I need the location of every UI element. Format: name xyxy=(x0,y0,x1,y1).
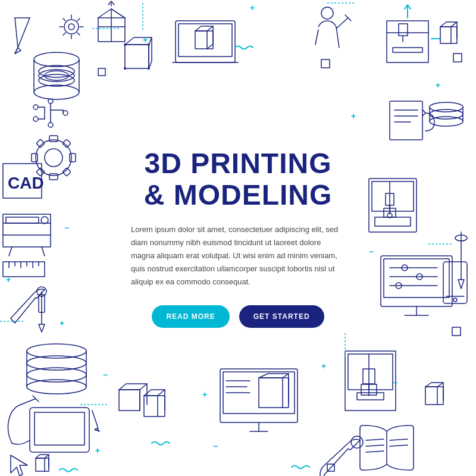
svg-rect-213 xyxy=(453,54,462,62)
svg-text:+: + xyxy=(436,80,440,90)
svg-point-42 xyxy=(321,7,333,19)
svg-rect-46 xyxy=(387,21,428,62)
svg-line-113 xyxy=(92,411,98,428)
svg-point-148 xyxy=(453,298,457,302)
svg-marker-4 xyxy=(15,48,21,54)
svg-marker-98 xyxy=(39,324,45,332)
svg-rect-88 xyxy=(3,262,45,277)
svg-point-63 xyxy=(33,105,38,109)
svg-rect-211 xyxy=(98,68,105,76)
svg-rect-50 xyxy=(393,48,422,52)
svg-rect-81 xyxy=(3,214,51,247)
svg-point-24 xyxy=(39,70,74,82)
svg-line-28 xyxy=(149,37,152,45)
svg-text:−: − xyxy=(369,247,374,256)
svg-line-1 xyxy=(15,48,18,54)
svg-point-141 xyxy=(416,274,422,280)
svg-text:CAD: CAD xyxy=(8,174,44,192)
svg-rect-77 xyxy=(36,139,45,148)
svg-point-31 xyxy=(124,43,126,46)
svg-line-3 xyxy=(15,18,18,48)
svg-rect-35 xyxy=(176,21,235,62)
svg-point-71 xyxy=(36,140,71,176)
svg-point-132 xyxy=(430,109,463,119)
svg-text:+: + xyxy=(321,361,326,371)
svg-point-124 xyxy=(387,213,392,218)
svg-line-12 xyxy=(77,33,80,35)
svg-rect-84 xyxy=(6,217,39,223)
svg-line-43 xyxy=(315,30,318,45)
svg-line-160 xyxy=(140,384,147,390)
svg-rect-172 xyxy=(259,378,289,408)
svg-text:+: + xyxy=(60,318,64,328)
buttons-row: READ MORE GET STARTED xyxy=(125,305,351,328)
svg-line-182 xyxy=(366,451,384,452)
svg-line-186 xyxy=(437,383,443,387)
svg-rect-75 xyxy=(32,154,37,162)
svg-point-72 xyxy=(45,149,62,167)
svg-rect-73 xyxy=(49,136,58,142)
svg-rect-127 xyxy=(390,101,422,140)
svg-line-180 xyxy=(366,439,384,440)
svg-line-11 xyxy=(63,18,65,21)
svg-line-86 xyxy=(9,247,12,256)
svg-rect-79 xyxy=(36,168,45,176)
svg-point-99 xyxy=(27,380,86,394)
svg-rect-185 xyxy=(425,387,443,405)
svg-rect-120 xyxy=(372,181,414,211)
svg-rect-157 xyxy=(357,393,384,400)
svg-rect-115 xyxy=(36,458,49,471)
svg-line-45 xyxy=(345,15,351,21)
read-more-button[interactable]: READ MORE xyxy=(152,305,229,328)
svg-line-44 xyxy=(336,18,348,29)
svg-marker-114 xyxy=(95,428,99,431)
svg-rect-53 xyxy=(440,27,457,43)
svg-point-100 xyxy=(27,368,86,382)
svg-rect-111 xyxy=(30,408,89,452)
svg-point-101 xyxy=(27,356,86,370)
svg-rect-167 xyxy=(220,369,298,422)
svg-point-95 xyxy=(37,287,46,296)
svg-rect-163 xyxy=(144,396,165,416)
svg-rect-36 xyxy=(178,24,232,57)
svg-point-23 xyxy=(45,71,68,80)
svg-point-5 xyxy=(64,20,79,34)
svg-rect-122 xyxy=(386,193,394,205)
center-content: 3D PRINTING & MODELING Lorem ipsum dolor… xyxy=(125,148,351,328)
svg-line-116 xyxy=(45,455,49,458)
svg-point-143 xyxy=(396,283,402,289)
svg-rect-212 xyxy=(321,60,330,68)
svg-line-184 xyxy=(390,445,408,446)
svg-line-54 xyxy=(451,22,457,27)
svg-point-26 xyxy=(39,74,74,86)
svg-rect-146 xyxy=(443,262,467,303)
svg-point-102 xyxy=(27,344,86,358)
svg-point-34 xyxy=(148,67,150,70)
svg-rect-38 xyxy=(195,31,213,49)
svg-rect-155 xyxy=(363,369,375,384)
page-title: 3D PRINTING & MODELING xyxy=(125,148,351,211)
svg-point-33 xyxy=(124,67,126,70)
svg-rect-137 xyxy=(384,259,449,298)
svg-point-19 xyxy=(34,52,79,67)
svg-point-25 xyxy=(39,65,74,77)
svg-point-6 xyxy=(68,24,74,30)
svg-rect-126 xyxy=(384,208,396,217)
svg-rect-57 xyxy=(3,164,42,198)
svg-point-62 xyxy=(33,117,38,121)
svg-text:+: + xyxy=(6,275,11,284)
svg-point-178 xyxy=(351,436,363,448)
svg-point-60 xyxy=(63,111,68,115)
svg-point-85 xyxy=(41,217,48,224)
svg-line-164 xyxy=(158,390,165,396)
get-started-button[interactable]: GET STARTED xyxy=(239,305,324,328)
svg-line-183 xyxy=(390,439,408,440)
svg-rect-214 xyxy=(452,327,461,336)
svg-text:+: + xyxy=(351,111,356,121)
svg-rect-119 xyxy=(369,178,416,232)
svg-marker-151 xyxy=(458,280,464,289)
svg-text:+: + xyxy=(250,3,255,12)
svg-rect-112 xyxy=(35,412,84,445)
svg-rect-152 xyxy=(345,351,396,411)
svg-point-59 xyxy=(48,99,53,104)
